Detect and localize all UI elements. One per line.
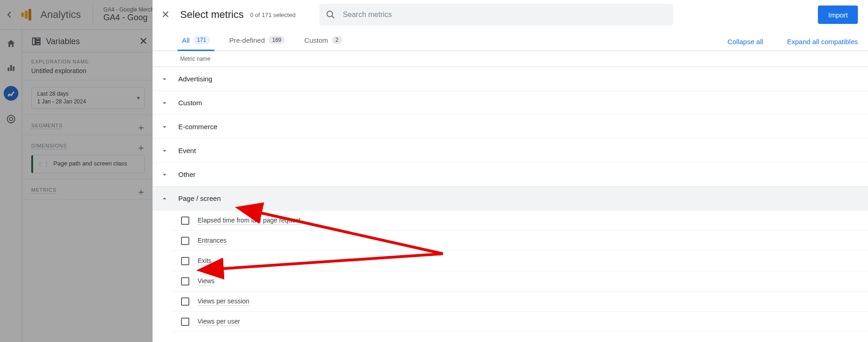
nav-advertising-icon[interactable] <box>6 114 17 125</box>
search-input[interactable] <box>342 10 667 19</box>
metric-label: Views per user <box>198 318 240 326</box>
checkbox[interactable] <box>181 237 189 245</box>
date-section: Last 28 days 1 Jan - 28 Jan 2024 ▾ <box>22 80 154 115</box>
caret-down-icon: ▾ <box>137 94 140 102</box>
add-metric-button[interactable]: ＋ <box>136 186 146 198</box>
group-page-screen[interactable]: Page / screen <box>153 187 868 211</box>
metric-label: Elapsed time from last page request <box>198 217 301 225</box>
checkbox[interactable] <box>181 318 189 326</box>
segments-section: SEGMENTS ＋ <box>22 115 154 135</box>
close-variables-icon[interactable]: ✕ <box>139 35 148 47</box>
column-header: Metric name <box>153 51 868 67</box>
overlay-header: ✕ Select metrics 0 of 171 selected Impor… <box>153 0 868 29</box>
variables-panel: Variables ✕ EXPLORATION NAME: Untitled e… <box>22 30 154 342</box>
overlay-title: Select metrics <box>180 9 244 21</box>
property-sub: GA4 - Google Merch <box>103 6 154 13</box>
dimensions-label: DIMENSIONS <box>31 143 67 149</box>
tab-predefined-label: Pre-defined <box>229 36 265 44</box>
exploration-label: EXPLORATION NAME: <box>31 59 145 64</box>
chevron-down-icon <box>159 74 170 85</box>
group-custom[interactable]: Custom <box>153 91 868 115</box>
svg-rect-0 <box>7 68 9 71</box>
metric-row[interactable]: Views per session <box>172 291 868 312</box>
chevron-down-icon <box>159 169 170 180</box>
metrics-section: METRICS ＋ <box>22 179 154 200</box>
chevron-down-icon <box>159 145 170 156</box>
collapse-all-button[interactable]: Collapse all <box>727 38 763 46</box>
checkbox[interactable] <box>181 217 189 225</box>
chevron-down-icon <box>159 121 170 132</box>
group-label: Event <box>178 147 196 154</box>
metric-row[interactable]: Exits <box>172 251 868 271</box>
tab-predefined-count: 169 <box>268 36 285 44</box>
analytics-logo-icon <box>18 9 34 21</box>
metrics-list: Advertising Custom E-commerce Event Othe… <box>153 67 868 332</box>
segments-label: SEGMENTS <box>31 123 62 129</box>
variables-title: Variables <box>46 37 80 46</box>
metric-row[interactable]: Elapsed time from last page request <box>172 211 868 231</box>
nav-reports-icon[interactable] <box>6 62 17 73</box>
group-advertising[interactable]: Advertising <box>153 67 868 91</box>
import-button[interactable]: Import <box>818 6 858 24</box>
left-nav <box>0 30 22 342</box>
exploration-section: EXPLORATION NAME: Untitled exploration <box>22 52 154 80</box>
chevron-down-icon <box>159 97 170 108</box>
svg-rect-8 <box>36 43 40 45</box>
group-other[interactable]: Other <box>153 163 868 187</box>
svg-rect-5 <box>33 38 35 45</box>
dimension-chip-label: Page path and screen class <box>53 160 127 168</box>
metric-row[interactable]: Entrances <box>172 231 868 251</box>
metric-label: Exits <box>198 257 211 265</box>
exploration-name[interactable]: Untitled exploration <box>31 67 145 74</box>
group-label: E-commerce <box>178 123 217 131</box>
add-segment-button[interactable]: ＋ <box>136 121 146 134</box>
nav-explore-icon[interactable] <box>4 86 18 101</box>
tab-all-label: All <box>182 36 190 44</box>
metric-label: Views per session <box>198 297 250 306</box>
group-label: Advertising <box>178 75 212 83</box>
metric-label: Entrances <box>198 237 227 245</box>
page-screen-items: Elapsed time from last page request Entr… <box>153 211 868 332</box>
metric-row[interactable]: Views per user <box>172 312 868 332</box>
metric-label: Views <box>198 277 215 285</box>
tab-custom[interactable]: Custom 2 <box>302 32 344 51</box>
date-range: 1 Jan - 28 Jan 2024 <box>37 98 128 106</box>
date-range-selector[interactable]: Last 28 days 1 Jan - 28 Jan 2024 ▾ <box>31 87 145 109</box>
expand-all-button[interactable]: Expand all compatibles <box>787 38 858 46</box>
svg-point-9 <box>327 11 333 17</box>
checkbox[interactable] <box>181 257 189 265</box>
add-dimension-button[interactable]: ＋ <box>136 142 146 154</box>
group-label: Custom <box>178 99 202 107</box>
group-event[interactable]: Event <box>153 139 868 163</box>
dimension-chip[interactable]: ⋮⋮ Page path and screen class <box>31 155 145 173</box>
tab-all-count: 171 <box>193 36 210 44</box>
overlay-tabs: All 171 Pre-defined 169 Custom 2 Collaps… <box>153 29 868 51</box>
drag-handle-icon[interactable]: ⋮⋮ <box>37 160 50 168</box>
group-label: Other <box>178 171 196 178</box>
tab-all[interactable]: All 171 <box>180 32 212 51</box>
app-title: Analytics <box>40 9 81 21</box>
svg-rect-7 <box>36 40 40 42</box>
svg-rect-1 <box>10 65 12 71</box>
nav-home-icon[interactable] <box>6 38 17 49</box>
checkbox[interactable] <box>181 277 189 285</box>
tab-predefined[interactable]: Pre-defined 169 <box>227 32 287 51</box>
back-icon[interactable] <box>4 9 15 20</box>
svg-point-4 <box>9 117 12 120</box>
group-ecommerce[interactable]: E-commerce <box>153 115 868 139</box>
search-box[interactable] <box>319 4 673 26</box>
dimensions-section: DIMENSIONS ＋ ⋮⋮ Page path and screen cla… <box>22 135 154 179</box>
svg-point-3 <box>7 115 15 123</box>
checkbox[interactable] <box>181 297 189 306</box>
chevron-up-icon <box>159 193 170 204</box>
variables-header: Variables ✕ <box>22 30 154 52</box>
svg-rect-6 <box>36 38 40 40</box>
property-main: GA4 - Goog <box>103 13 154 23</box>
overlay-subtitle: 0 of 171 selected <box>250 11 295 18</box>
close-button[interactable]: ✕ <box>156 6 175 24</box>
property-selector[interactable]: GA4 - Google Merch GA4 - Goog <box>103 6 154 23</box>
metrics-label: METRICS <box>31 187 57 194</box>
divider <box>93 6 93 24</box>
tab-custom-count: 2 <box>332 36 342 44</box>
metric-row[interactable]: Views <box>172 271 868 291</box>
